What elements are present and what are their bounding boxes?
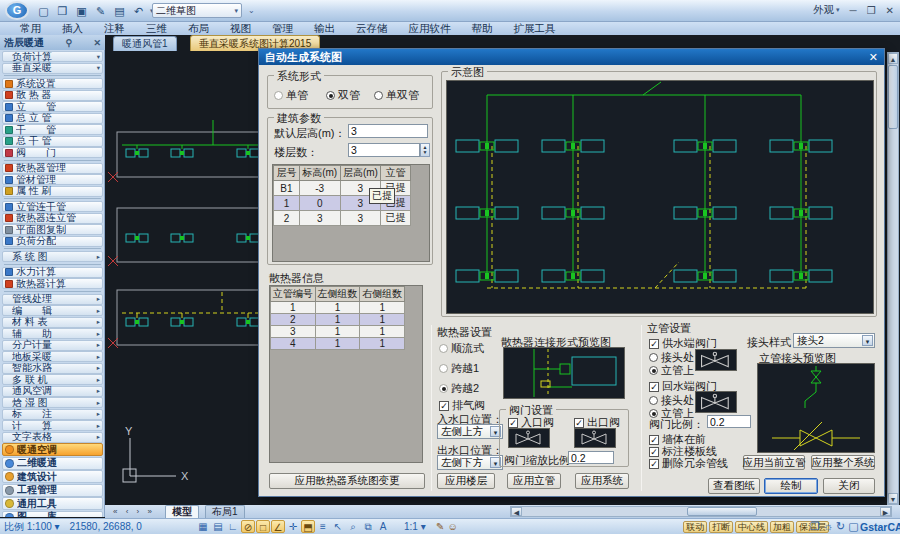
floors-stepper[interactable]: ▲▼ — [420, 143, 430, 157]
status-icon[interactable]: ∟ — [226, 520, 240, 533]
table-row[interactable]: 211 — [271, 314, 405, 326]
minimize-button[interactable]: ─ — [850, 5, 857, 16]
status-toggle-button[interactable]: 联动 — [683, 521, 707, 533]
floors-input[interactable] — [348, 143, 420, 157]
palette-item[interactable]: 负荷分配 — [2, 236, 103, 247]
apply-floor-button[interactable]: 应用楼层 — [437, 473, 495, 489]
ribbon-tab[interactable]: 帮助 — [472, 22, 493, 36]
palette-close-icon[interactable]: ✕ — [88, 38, 101, 48]
palette-item[interactable]: 通用工具 — [2, 497, 103, 510]
palette-item[interactable]: 阀 门 — [2, 147, 103, 158]
palette-item[interactable]: 文字表格 ▸ — [2, 432, 103, 443]
scroll-right-icon[interactable]: ▶ — [880, 507, 891, 516]
view-drawing-button[interactable]: 查看图纸 — [708, 478, 760, 494]
status-icon[interactable]: ✎ — [436, 521, 444, 532]
radio-supply-at-riser[interactable]: 立管上 — [649, 363, 694, 378]
workspace-combo[interactable]: 二维草图 ▾ — [152, 3, 242, 18]
undo-icon[interactable]: ↶ — [131, 4, 146, 19]
ribbon-tab[interactable]: 注释 — [104, 22, 125, 36]
status-icon[interactable]: ☼ — [823, 520, 833, 533]
palette-item[interactable]: 属 性 刷 — [2, 186, 103, 197]
palette-item[interactable]: 垂直采暖 ▾ — [2, 63, 103, 74]
palette-item[interactable]: 系 统 图 ▸ — [2, 251, 103, 262]
apply-radiator-change-button[interactable]: 应用散热器系统图变更 — [269, 473, 425, 489]
status-icon[interactable]: ⬒ — [301, 520, 315, 533]
open-icon[interactable]: ❒ — [55, 4, 70, 19]
layout-nav-arrows[interactable]: « ‹ › » — [113, 507, 155, 516]
palette-item[interactable]: 暖通空调 — [2, 443, 103, 456]
plot-icon[interactable]: ▤ — [112, 4, 127, 19]
palette-item[interactable]: 二维暖通 — [2, 457, 103, 470]
ribbon-tab[interactable]: 云存储 — [356, 22, 388, 36]
scroll-left-icon[interactable]: ◀ — [511, 507, 522, 516]
qat-more-icon[interactable]: ⌄ — [248, 6, 255, 15]
joint-style-select[interactable]: 接头2▾ — [793, 333, 875, 348]
palette-item[interactable]: 建筑设计 — [2, 470, 103, 483]
palette-item[interactable]: 散热器计算 — [2, 278, 103, 289]
apply-riser-button[interactable]: 应用立管 — [507, 473, 561, 489]
apply-system-button[interactable]: 应用系统 — [575, 473, 629, 489]
status-toggle-button[interactable]: 打断 — [709, 521, 733, 533]
vertical-scrollbar[interactable]: ▲ ▼ — [887, 52, 899, 505]
ribbon-tab[interactable]: 常用 — [20, 22, 41, 36]
status-icon[interactable]: ↻ — [836, 520, 845, 533]
status-icon[interactable]: ❐ — [810, 520, 820, 533]
save-icon[interactable]: ▣ — [74, 4, 89, 19]
scale-coordinates[interactable]: 比例 1:100 ▾ 21580, 26688, 0 — [4, 520, 142, 534]
vent-valve-checkbox[interactable]: ✓排气阀 — [439, 398, 485, 413]
ribbon-tab[interactable]: 布局 — [188, 22, 209, 36]
dialog-close-icon[interactable]: ✕ — [869, 51, 878, 64]
radio-double-pipe[interactable]: 双管 — [326, 88, 360, 103]
drawing-tab-1[interactable]: 暖通风管1 — [113, 36, 177, 51]
table-row[interactable]: 111 — [271, 302, 405, 314]
new-icon[interactable]: ▢ — [36, 4, 51, 19]
status-icon[interactable]: ▤ — [211, 520, 225, 533]
ribbon-tab[interactable]: 插入 — [62, 22, 83, 36]
scroll-up-icon[interactable]: ▲ — [888, 53, 898, 64]
status-icon[interactable]: ↖ — [331, 520, 345, 533]
tab-model[interactable]: 模型 — [165, 505, 199, 518]
status-toggle-button[interactable]: 加粗 — [770, 521, 794, 533]
table-row[interactable]: 411 — [271, 338, 405, 350]
status-icon[interactable]: ▦ — [196, 520, 210, 533]
pin-icon[interactable]: ⚲ — [60, 38, 72, 48]
ribbon-tab[interactable]: 扩展工具 — [514, 22, 556, 36]
status-icon[interactable]: ⌕ — [346, 520, 360, 533]
valve-scale-input[interactable] — [568, 451, 614, 464]
scrollbar-thumb[interactable] — [687, 507, 757, 516]
radio-single-double-pipe[interactable]: 单双管 — [374, 88, 419, 103]
default-height-input[interactable] — [348, 124, 428, 138]
gstarcad-logo[interactable]: G — [5, 1, 29, 20]
ribbon-tab[interactable]: 应用软件 — [409, 22, 451, 36]
ribbon-tab[interactable]: 管理 — [272, 22, 293, 36]
outlet-position-select[interactable]: 左侧下方▾ — [437, 455, 503, 470]
apply-current-riser-button[interactable]: 应用当前立管 — [743, 455, 805, 470]
scrollbar-thumb[interactable] — [888, 65, 898, 129]
tab-layout1[interactable]: 布局1 — [205, 505, 245, 518]
ribbon-tab[interactable]: 输出 — [314, 22, 335, 36]
annotation-scale[interactable]: 1:1 ▾ — [404, 521, 426, 532]
status-icon[interactable]: □ — [256, 520, 270, 533]
dialog-title-bar[interactable]: 自动生成系统图 ✕ — [259, 49, 884, 65]
status-icon[interactable]: ▢ — [848, 520, 858, 533]
table-row[interactable]: 311 — [271, 326, 405, 338]
apply-whole-system-button[interactable]: 应用整个系统 — [811, 455, 875, 470]
status-icon[interactable]: ⧉ — [361, 520, 375, 533]
horizontal-scrollbar[interactable]: ◀ ▶ — [510, 506, 892, 517]
riser-valve-scale-input[interactable] — [707, 415, 751, 428]
status-icon[interactable]: ✛ — [286, 520, 300, 533]
status-icon[interactable]: ∠ — [271, 520, 285, 533]
appearance-menu[interactable]: 外观▾ — [813, 3, 840, 17]
close-button[interactable]: ✕ — [886, 5, 894, 16]
ribbon-tab[interactable]: 视图 — [230, 22, 251, 36]
status-icon[interactable]: A — [376, 520, 390, 533]
status-icon[interactable]: ≡ — [316, 520, 330, 533]
status-toggle-button[interactable]: 中心线 — [735, 521, 768, 533]
scroll-down-icon[interactable]: ▼ — [888, 493, 898, 504]
draw-button[interactable]: 绘制 — [764, 478, 818, 494]
ribbon-tab[interactable]: 三维 — [146, 22, 167, 36]
remove-redundant-checkbox[interactable]: ✓删除冗余管线 — [649, 456, 728, 471]
status-icon[interactable]: ⊘ — [241, 520, 255, 533]
inlet-position-select[interactable]: 左侧上方▾ — [437, 424, 503, 439]
palette-item[interactable]: 工程管理 — [2, 484, 103, 497]
